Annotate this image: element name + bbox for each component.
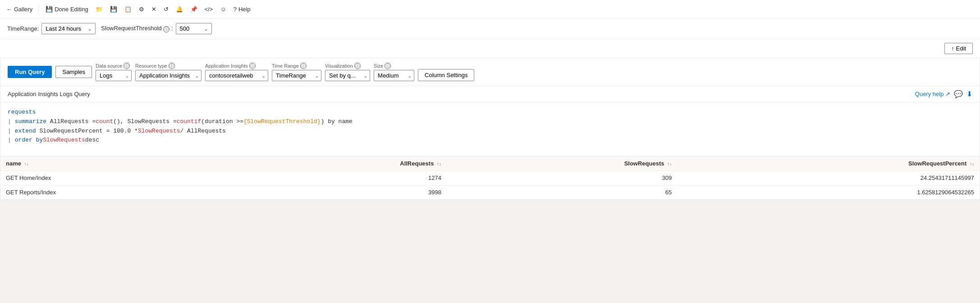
size-select[interactable]: Medium xyxy=(374,70,414,81)
slow-request-info-icon[interactable]: ⓘ xyxy=(163,26,169,32)
toolbar-icon-btn-3[interactable]: 📋 xyxy=(122,4,134,14)
code-editor[interactable]: requests | summarize AllRequests = count… xyxy=(0,102,980,156)
gallery-button[interactable]: ← Gallery xyxy=(4,4,35,14)
arrow-left-icon: ← xyxy=(6,6,12,13)
run-query-button[interactable]: Run Query xyxy=(8,66,52,78)
visualization-select[interactable]: Set by q... xyxy=(325,70,370,81)
col-slowrequestpercent[interactable]: SlowRequestPercent ↑↓ xyxy=(677,156,980,171)
time-range-control-group: Time Range ⓘ TimeRange xyxy=(272,63,321,81)
slow-request-select[interactable]: 500 xyxy=(176,23,212,34)
time-range-label: TimeRange: xyxy=(7,25,39,32)
results-table: name ↑↓ AllRequests ↑↓ SlowRequests ↑↓ xyxy=(0,156,980,200)
control-bar: Run Query Samples Data source ⓘ Logs Res… xyxy=(0,58,980,86)
app-insights-info-icon[interactable]: ⓘ xyxy=(249,63,256,69)
edit-button[interactable]: ↑ Edit xyxy=(944,43,973,54)
close-icon: ✕ xyxy=(151,6,156,13)
slow-request-select-wrapper: 500 xyxy=(176,23,212,34)
app-insights-group: Application Insights ⓘ contosoretailweb xyxy=(205,63,268,81)
bell-icon: 🔔 xyxy=(176,6,183,13)
toolbar-help-btn[interactable]: ? Help xyxy=(231,4,253,14)
folder-icon: 📁 xyxy=(96,6,103,13)
query-title: Application Insights Logs Query xyxy=(8,91,90,97)
app-insights-select[interactable]: contosoretailweb xyxy=(205,70,268,81)
size-group: Size ⓘ Medium xyxy=(374,63,414,81)
table-header: name ↑↓ AllRequests ↑↓ SlowRequests ↑↓ xyxy=(0,156,980,171)
col-allrequests[interactable]: AllRequests ↑↓ xyxy=(241,156,447,171)
sort-icon-slowrequestpercent: ↑↓ xyxy=(970,161,974,166)
download-icon[interactable]: ⬇ xyxy=(966,90,972,98)
done-editing-button[interactable]: 💾 Done Editing xyxy=(43,4,91,14)
sort-icon-name: ↑↓ xyxy=(24,161,29,166)
app-insights-label: Application Insights ⓘ xyxy=(205,63,268,69)
toolbar-icon-btn-2[interactable]: 💾 xyxy=(107,4,120,14)
toolbar-refresh-btn[interactable]: ↺ xyxy=(161,4,171,14)
row1-slowrequestpercent: 24.25431711145997 xyxy=(677,171,980,185)
resource-type-select-wrap: Application Insights xyxy=(135,70,201,81)
row1-name: GET Home/Index xyxy=(0,171,241,185)
toolbar-emoji-btn[interactable]: ☺ xyxy=(217,4,229,14)
row2-slowrequests: 65 xyxy=(447,185,677,200)
help-icon: ? xyxy=(234,6,237,13)
visualization-group: Visualization ⓘ Set by q... xyxy=(325,63,370,81)
refresh-icon: ↺ xyxy=(164,6,169,13)
code-line-4: | order by SlowRequests desc xyxy=(8,136,972,145)
data-source-group: Data source ⓘ Logs xyxy=(96,63,132,81)
toolbar-icon-btn-1[interactable]: 📁 xyxy=(93,4,105,14)
code-line-3: | extend SlowRequestPercent = 100.0 * Sl… xyxy=(8,127,972,136)
col-name[interactable]: name ↑↓ xyxy=(0,156,241,171)
code-line-1: requests xyxy=(8,108,972,117)
row1-slowrequests: 309 xyxy=(447,171,677,185)
edit-label: ↑ Edit xyxy=(951,45,966,52)
col-slowrequests[interactable]: SlowRequests ↑↓ xyxy=(447,156,677,171)
table-row-1: GET Home/Index 1274 309 24.2543171114599… xyxy=(0,171,980,185)
code-icon: </> xyxy=(205,6,213,13)
size-label: Size ⓘ xyxy=(374,63,414,69)
params-row: TimeRange: Last 24 hours SlowRequestThre… xyxy=(0,18,980,39)
save2-icon: 💾 xyxy=(110,6,117,13)
time-range-control-select-wrap: TimeRange xyxy=(272,70,321,81)
query-title-actions: Query help ↗ 💬 ⬇ xyxy=(915,90,972,98)
top-toolbar: ← Gallery 💾 Done Editing 📁 💾 📋 ⚙ ✕ ↺ 🔔 xyxy=(0,0,980,18)
data-source-select-wrap: Logs xyxy=(96,70,132,81)
sort-icon-slowrequests: ↑↓ xyxy=(667,161,672,166)
feedback-icon[interactable]: 💬 xyxy=(954,90,963,98)
time-range-select[interactable]: Last 24 hours xyxy=(41,23,96,34)
copy-icon: 📋 xyxy=(124,6,132,13)
data-source-label: Data source ⓘ xyxy=(96,63,132,69)
header-row: name ↑↓ AllRequests ↑↓ SlowRequests ↑↓ xyxy=(0,156,980,171)
time-range-select-wrapper: Last 24 hours xyxy=(41,23,96,34)
main-content: Run Query Samples Data source ⓘ Logs Res… xyxy=(0,58,980,200)
gallery-label: Gallery xyxy=(14,6,32,13)
slow-request-label: SlowRequestThreshold ⓘ : xyxy=(101,25,173,32)
resource-type-group: Resource type ⓘ Application Insights xyxy=(135,63,201,81)
table-container: name ↑↓ AllRequests ↑↓ SlowRequests ↑↓ xyxy=(0,156,980,200)
toolbar-code-btn[interactable]: </> xyxy=(202,4,216,14)
toolbar-close-btn[interactable]: ✕ xyxy=(149,4,159,14)
samples-button[interactable]: Samples xyxy=(55,66,92,78)
toolbar-pin-btn[interactable]: 📌 xyxy=(188,4,200,14)
toolbar-bell-btn[interactable]: 🔔 xyxy=(173,4,186,14)
visualization-info-icon[interactable]: ⓘ xyxy=(354,63,361,69)
code-keyword-requests: requests xyxy=(8,108,36,117)
done-editing-label: Done Editing xyxy=(55,6,88,13)
resource-type-label: Resource type ⓘ xyxy=(135,63,201,69)
resource-type-select[interactable]: Application Insights xyxy=(135,70,201,81)
table-body: GET Home/Index 1274 309 24.2543171114599… xyxy=(0,171,980,200)
sort-icon-allrequests: ↑↓ xyxy=(437,161,441,166)
toolbar-icon-btn-4[interactable]: ⚙ xyxy=(136,4,147,14)
query-help-link[interactable]: Query help ↗ xyxy=(915,91,950,97)
row2-name: GET Reports/Index xyxy=(0,185,241,200)
data-source-info-icon[interactable]: ⓘ xyxy=(124,63,130,69)
time-range-control-info-icon[interactable]: ⓘ xyxy=(300,63,307,69)
resource-type-info-icon[interactable]: ⓘ xyxy=(169,63,175,69)
time-range-control-select[interactable]: TimeRange xyxy=(272,70,321,81)
data-source-select[interactable]: Logs xyxy=(96,70,132,81)
size-info-icon[interactable]: ⓘ xyxy=(385,63,391,69)
row2-slowrequestpercent: 1.6258129064532265 xyxy=(677,185,980,200)
row1-allrequests: 1274 xyxy=(241,171,447,185)
time-range-control-label: Time Range ⓘ xyxy=(272,63,321,69)
save-icon: 💾 xyxy=(46,6,53,13)
column-settings-button[interactable]: Column Settings xyxy=(418,69,474,81)
visualization-label: Visualization ⓘ xyxy=(325,63,370,69)
slow-request-param: SlowRequestThreshold ⓘ : 500 xyxy=(101,23,211,34)
